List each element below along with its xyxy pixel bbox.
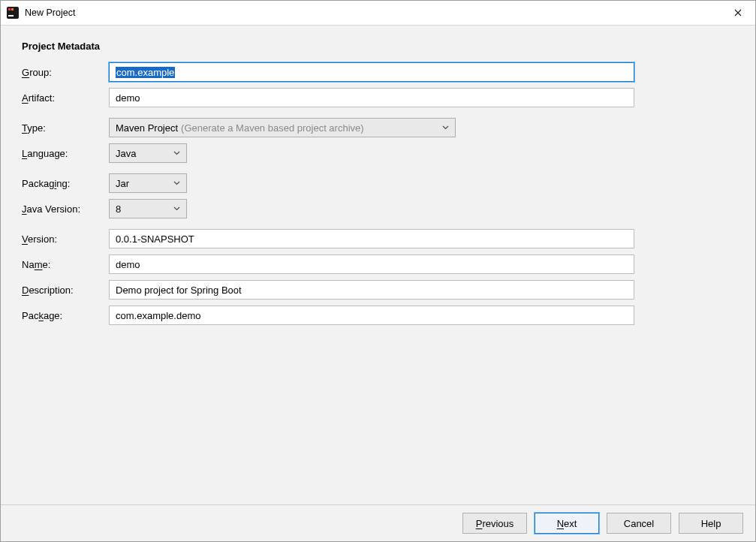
type-label: Type: [22,121,104,135]
svg-rect-1 [8,8,11,11]
chevron-down-icon [173,181,180,185]
packaging-value: Jar [116,178,129,189]
new-project-window: New Project Project Metadata Group: com.… [0,0,756,542]
group-input[interactable]: com.example [109,62,634,82]
content-area: Project Metadata Group: com.example Arti… [1,26,755,504]
type-dropdown[interactable]: Maven Project (Generate a Maven based pr… [109,118,456,137]
previous-button[interactable]: Previous [462,513,527,534]
group-label: Group: [22,65,104,80]
description-label: Description: [22,283,104,297]
artifact-label: Artifact: [22,91,104,105]
section-title: Project Metadata [22,41,734,52]
close-icon[interactable] [721,1,755,25]
cancel-button[interactable]: Cancel [607,513,671,534]
chevron-down-icon [173,206,180,211]
titlebar: New Project [1,1,755,26]
artifact-input[interactable] [109,88,634,107]
window-title: New Project [25,8,75,18]
help-button[interactable]: Help [679,513,743,534]
package-label: Package: [22,309,104,323]
language-dropdown[interactable]: Java [109,143,187,163]
next-button[interactable]: Next [535,513,599,534]
description-input[interactable] [109,280,634,300]
packaging-label: Packaging: [22,176,104,191]
type-hint: (Generate a Maven based project archive) [181,122,364,134]
java-version-value: 8 [116,203,121,215]
java-version-dropdown[interactable]: 8 [109,199,187,218]
version-label: Version: [22,232,104,246]
java-version-label: Java Version: [22,202,104,216]
language-label: Language: [22,146,104,161]
svg-rect-3 [8,15,14,17]
packaging-dropdown[interactable]: Jar [109,173,187,193]
language-value: Java [116,148,136,159]
type-value: Maven Project [116,122,178,134]
version-input[interactable] [109,229,634,248]
svg-rect-2 [11,8,14,11]
chevron-down-icon [442,125,449,130]
name-input[interactable] [109,254,634,274]
dialog-footer: Previous Next Cancel Help [1,504,755,541]
intellij-icon [7,7,19,19]
package-input[interactable] [109,306,634,325]
metadata-form: Group: com.example Artifact: Type: Maven… [22,62,734,325]
name-label: Name: [22,257,104,272]
chevron-down-icon [173,151,180,155]
